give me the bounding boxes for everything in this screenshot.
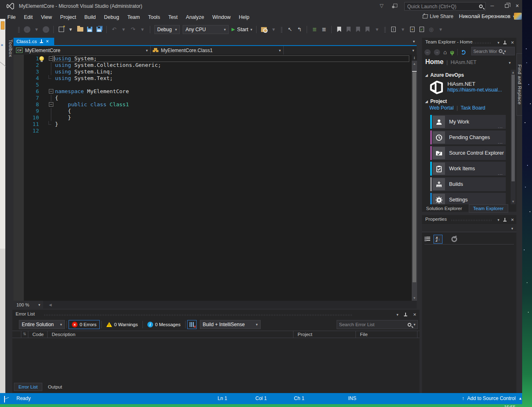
menu-item-help[interactable]: Help — [235, 13, 254, 21]
column-code[interactable]: Code — [28, 331, 48, 338]
fold-margin[interactable] — [40, 95, 54, 101]
fold-margin[interactable] — [40, 114, 54, 121]
code-line-8[interactable]: 8– public class Class1 — [24, 101, 410, 108]
tab-solution-explorer[interactable]: Solution Explorer — [422, 205, 466, 212]
toolbar-grip[interactable] — [18, 26, 20, 32]
account-url-link[interactable]: https://hiasm-net.visual... — [447, 87, 502, 93]
menu-item-edit[interactable]: Edit — [20, 13, 37, 21]
error-source-dropdown[interactable]: Build + IntelliSense▾ — [200, 320, 261, 329]
type-dropdown[interactable]: MyElementCore.Class1 ▾ — [151, 46, 284, 55]
fold-margin[interactable] — [40, 75, 54, 82]
solution-configuration-dropdown[interactable]: Debug▾ — [154, 25, 180, 34]
new-project-button[interactable] — [58, 25, 64, 34]
section-azure-devops[interactable]: ◢ Azure DevOps — [425, 72, 511, 78]
back-button[interactable]: ← — [424, 49, 431, 55]
tile-work-items[interactable]: Work Items... — [430, 162, 506, 176]
window-position-chevron-icon[interactable]: ▾ — [498, 218, 500, 222]
menu-item-window[interactable]: Window — [208, 13, 234, 21]
document-tab-class1[interactable]: Class1.cs × — [14, 38, 54, 45]
code-line-9[interactable]: 9 { — [24, 108, 410, 114]
warnings-toggle-button[interactable]: 0 Warnings — [103, 320, 141, 329]
close-icon[interactable]: × — [511, 39, 514, 46]
menu-item-build[interactable]: Build — [80, 13, 100, 21]
close-icon[interactable]: × — [46, 39, 49, 44]
menu-item-project[interactable]: Project — [56, 13, 80, 21]
navigate-forward-button[interactable]: → — [43, 25, 49, 34]
chevron-down-icon[interactable]: ▾ — [374, 25, 380, 34]
save-button[interactable] — [86, 25, 93, 34]
quick-launch-input[interactable] — [405, 4, 479, 9]
code-editor[interactable]: 1–using System;2using System.Collections… — [14, 55, 412, 301]
window-position-chevron-icon[interactable]: ▾ — [397, 313, 399, 317]
tile-more-ellipsis[interactable]: ... — [498, 124, 503, 129]
code-line-12[interactable]: 12 — [24, 128, 410, 134]
scroll-down-arrow[interactable]: ▼ — [511, 200, 516, 204]
menu-item-file[interactable]: File — [3, 13, 20, 21]
undo-button[interactable]: ↶ — [111, 25, 117, 34]
previous-bookmark-button[interactable] — [345, 25, 352, 34]
fold-margin[interactable]: – — [40, 88, 54, 95]
fold-margin[interactable] — [40, 62, 54, 69]
menu-item-analyze[interactable]: Analyze — [182, 13, 208, 21]
menu-item-view[interactable]: View — [37, 13, 56, 21]
alphabetical-sort-button[interactable]: AZ↓ — [433, 235, 443, 244]
live-share-button[interactable]: Live Share — [423, 14, 453, 19]
fold-margin[interactable] — [40, 108, 54, 114]
home-icon[interactable]: ⌂ — [443, 49, 447, 55]
web-browser-button[interactable]: ◎ — [428, 25, 434, 34]
connect-icon[interactable]: ψ — [450, 49, 454, 55]
column-file[interactable]: File — [356, 331, 417, 338]
menu-item-debug[interactable]: Debug — [100, 13, 123, 21]
menu-item-team[interactable]: Team — [123, 13, 144, 21]
scroll-up-arrow[interactable]: ▲ — [412, 62, 417, 66]
tile-source-control-explorer[interactable]: Source Control Explorer — [430, 146, 506, 160]
team-explorer-page-header[interactable]: Home | HiAsm.NET ▾ — [425, 58, 513, 66]
send-feedback-icon[interactable] — [392, 4, 397, 9]
chevron-down-icon[interactable]: ▾ — [139, 25, 146, 34]
vertical-scrollbar[interactable]: ▲ ▼ — [412, 61, 417, 301]
column-project[interactable]: Project — [294, 331, 356, 338]
code-line-7[interactable]: 7{ — [24, 95, 410, 101]
filter-button[interactable] — [187, 320, 197, 329]
breakpoint-margin[interactable] — [14, 55, 24, 301]
menu-item-test[interactable]: Test — [164, 13, 182, 21]
format-selection-button[interactable]: ≣ — [321, 25, 327, 34]
code-line-6[interactable]: 6–namespace MyElementCore — [24, 88, 410, 95]
close-icon[interactable]: × — [413, 311, 416, 318]
member-dropdown[interactable]: ▾ — [284, 46, 417, 55]
find-in-files-button[interactable] — [261, 25, 267, 34]
error-scope-dropdown[interactable]: Entire Solution▾ — [19, 320, 65, 329]
forward-button[interactable]: → — [434, 49, 440, 55]
code-line-1[interactable]: 1–using System; — [24, 55, 410, 62]
team-explorer-scrollbar[interactable]: ▲ ▼ — [511, 70, 516, 204]
scroll-left-arrow[interactable]: ◀ — [49, 303, 52, 307]
tab-error-list[interactable]: Error List — [14, 383, 42, 391]
refresh-icon[interactable] — [461, 50, 466, 55]
clear-bookmarks-button[interactable] — [364, 25, 371, 34]
code-line-3[interactable]: 3using System.Linq; — [24, 69, 410, 75]
open-file-button[interactable] — [77, 25, 83, 34]
error-search-input[interactable] — [339, 322, 406, 327]
chevron-down-icon[interactable]: ▾ — [67, 25, 74, 34]
tab-team-explorer[interactable]: Team Explorer — [469, 204, 508, 213]
scroll-up-arrow[interactable]: ▲ — [511, 71, 516, 74]
feedback-filter-icon[interactable]: ▽ — [380, 3, 383, 9]
code-line-2[interactable]: 2using System.Collections.Generic; — [24, 62, 410, 69]
restore-button[interactable] — [500, 0, 513, 11]
split-window-button[interactable]: ↕ — [412, 55, 417, 61]
scroll-down-arrow[interactable]: ▼ — [412, 296, 417, 300]
new-item-button[interactable]: + — [409, 25, 415, 34]
solution-platform-dropdown[interactable]: Any CPU▾ — [183, 25, 229, 34]
user-account-button[interactable]: Николай Березников ▾ — [459, 13, 515, 19]
next-bookmark-button[interactable] — [355, 25, 361, 34]
column-blank[interactable] — [12, 331, 21, 338]
property-pages-icon[interactable] — [450, 234, 460, 244]
chevron-down-icon[interactable]: ▾ — [120, 25, 127, 34]
scrollbar-thumb[interactable] — [511, 75, 515, 181]
fold-margin[interactable] — [40, 128, 54, 134]
chevron-down-icon[interactable]: ▾ — [399, 25, 406, 34]
editor-zoom-dropdown[interactable]: 100 %▾ — [14, 301, 43, 309]
fold-margin[interactable] — [40, 121, 54, 128]
error-search-box[interactable]: ▾ — [337, 320, 418, 329]
horizontal-scrollbar[interactable]: 100 %▾ ◀ — [14, 301, 417, 309]
